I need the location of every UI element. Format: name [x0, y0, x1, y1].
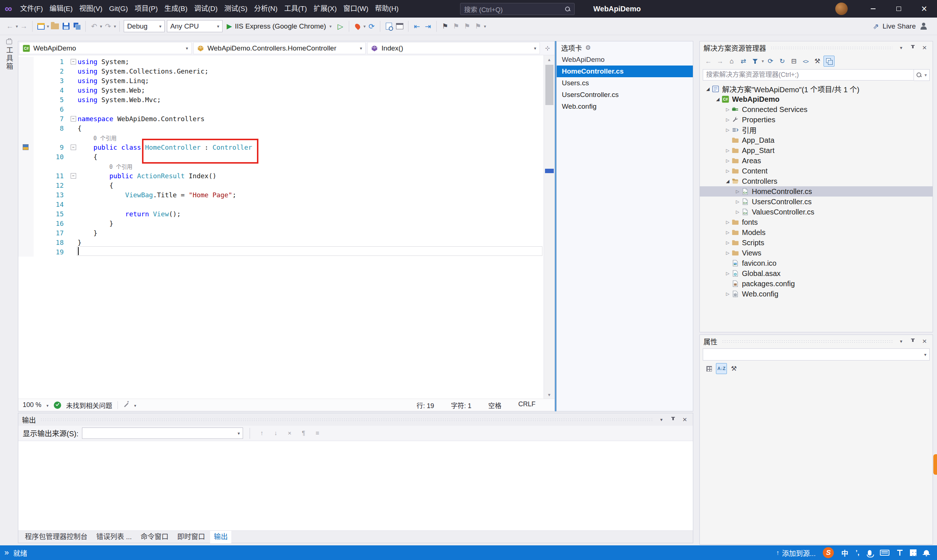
document-tab[interactable]: Web.config	[557, 101, 693, 112]
decrease-indent-icon[interactable]	[411, 20, 422, 32]
menu-item[interactable]: 项目(P)	[131, 0, 161, 18]
home-icon[interactable]	[726, 55, 737, 67]
menu-item[interactable]: Git(G)	[106, 0, 131, 18]
codelens-row[interactable]: 0 个引用	[18, 133, 554, 142]
panel-tab[interactable]: 输出	[210, 531, 231, 543]
live-share-label[interactable]: Live Share	[882, 22, 916, 31]
output-clear-all-icon[interactable]: ×	[285, 428, 295, 438]
sort-alphabetical-icon[interactable]	[716, 363, 727, 374]
expander-icon[interactable]	[724, 117, 731, 122]
scrollbar-thumb[interactable]	[545, 65, 554, 105]
tree-item[interactable]: Models	[700, 227, 932, 237]
expander-icon[interactable]	[724, 168, 731, 174]
code-line[interactable]: 6	[18, 104, 554, 114]
properties-object-dropdown[interactable]	[703, 348, 930, 360]
window-layout-button[interactable]	[394, 20, 405, 32]
tree-item[interactable]: 引用	[700, 125, 932, 135]
window-menu-icon[interactable]	[657, 415, 666, 424]
property-pages-icon[interactable]	[728, 363, 739, 374]
expander-icon[interactable]	[704, 86, 712, 91]
undo-icon[interactable]	[89, 20, 100, 32]
code-line[interactable]: 12 {	[18, 180, 554, 190]
project-dropdown[interactable]: C# WebApiDemo	[19, 42, 192, 54]
chevron-down-icon[interactable]	[114, 24, 116, 29]
expander-icon[interactable]	[724, 271, 731, 276]
panel-tab[interactable]: 程序包管理器控制台	[21, 531, 91, 543]
scroll-down-icon[interactable]: ▾	[544, 391, 554, 398]
code-line[interactable]: 17 }	[18, 228, 554, 237]
open-file-button[interactable]	[49, 20, 60, 32]
menu-item[interactable]: 生成(B)	[161, 0, 191, 18]
panel-drag-texture[interactable]	[771, 46, 892, 49]
preview-changes-button[interactable]	[383, 20, 394, 32]
ime-punctuation-indicator[interactable]: ’,	[855, 549, 859, 557]
tree-item[interactable]: Controllers	[700, 176, 932, 186]
account-avatar[interactable]	[835, 3, 848, 15]
maximize-button[interactable]	[886, 0, 911, 18]
tree-item[interactable]: Scripts	[700, 237, 932, 248]
pin-icon[interactable]	[908, 337, 917, 346]
code-line[interactable]: 2using System.Collections.Generic;	[18, 66, 554, 76]
output-content[interactable]	[18, 441, 693, 530]
sync-with-active-document-icon[interactable]	[738, 55, 749, 67]
health-check-icon[interactable]	[54, 402, 61, 409]
expander-icon[interactable]	[734, 209, 741, 214]
filter-icon[interactable]	[749, 55, 760, 67]
expander-icon[interactable]	[724, 148, 731, 153]
split-window-grip-icon[interactable]	[542, 42, 554, 54]
search-icon[interactable]	[916, 72, 922, 78]
code-line[interactable]: 14	[18, 200, 554, 209]
close-panel-icon[interactable]	[680, 415, 689, 424]
code-line[interactable]: 10 {	[18, 152, 554, 162]
expander-icon[interactable]	[724, 178, 731, 184]
tree-item[interactable]: C#HomeController.cs	[700, 186, 932, 197]
tree-item[interactable]: Content	[700, 166, 932, 176]
toggle-bookmark-icon[interactable]	[440, 20, 451, 32]
tree-item[interactable]: Connected Services	[700, 104, 932, 115]
tree-item[interactable]: C#WebApiDemo	[700, 94, 932, 104]
expander-icon[interactable]	[724, 250, 731, 255]
codelens-references[interactable]: 0 个引用	[93, 134, 116, 142]
expander-icon[interactable]	[724, 107, 731, 112]
tree-item[interactable]: packages.config	[700, 278, 932, 289]
chevron-down-icon[interactable]	[47, 24, 49, 29]
chevron-down-icon[interactable]	[46, 401, 49, 409]
code-line[interactable]: 11 public ActionResult Index()	[18, 171, 554, 180]
tree-item[interactable]: Web.config	[700, 289, 932, 299]
expander-icon[interactable]	[734, 199, 741, 204]
background-tasks-icon[interactable]	[5, 548, 9, 557]
tree-item[interactable]: App_Start	[700, 145, 932, 155]
collapse-all-icon[interactable]	[788, 55, 799, 67]
new-project-button[interactable]	[35, 20, 46, 32]
tree-item[interactable]: Areas	[700, 155, 932, 166]
close-panel-icon[interactable]	[920, 43, 929, 52]
previous-bookmark-icon[interactable]	[451, 20, 462, 32]
ime-brand-icon[interactable]: S	[823, 547, 834, 558]
code-line[interactable]: 5using System.Web.Mvc;	[18, 95, 554, 104]
member-dropdown[interactable]: Index()	[367, 42, 540, 54]
output-toggle-icon[interactable]: ≡	[312, 428, 323, 438]
navigate-back-icon[interactable]	[5, 20, 15, 32]
solution-platform-dropdown[interactable]: Any CPU	[167, 20, 223, 32]
scroll-up-icon[interactable]: ▴	[544, 55, 554, 63]
output-source-dropdown[interactable]	[82, 428, 243, 439]
expander-icon[interactable]	[724, 291, 731, 297]
panel-tab[interactable]: 命令窗口	[137, 531, 172, 543]
document-tab[interactable]: HomeController.cs	[557, 66, 693, 77]
menu-item[interactable]: 扩展(X)	[310, 0, 340, 18]
fold-marker-icon[interactable]	[71, 145, 76, 150]
code-line[interactable]: 7namespace WebApiDemo.Controllers	[18, 114, 554, 123]
tree-item[interactable]: fonts	[700, 217, 932, 227]
menu-item[interactable]: 调试(D)	[191, 0, 221, 18]
output-next-message-icon[interactable]: ↓	[271, 428, 281, 438]
keyboard-icon[interactable]	[880, 550, 889, 555]
window-menu-icon[interactable]	[897, 43, 906, 52]
expander-icon[interactable]	[724, 240, 731, 245]
tree-item[interactable]: C#UsersController.cs	[700, 197, 932, 207]
solution-search-input[interactable]	[703, 69, 914, 80]
code-margin-glyph-icon[interactable]	[23, 144, 29, 150]
minimize-button[interactable]	[860, 0, 886, 18]
window-menu-icon[interactable]	[897, 337, 906, 346]
expander-icon[interactable]	[724, 128, 731, 132]
solution-configuration-dropdown[interactable]: Debug	[124, 20, 165, 32]
